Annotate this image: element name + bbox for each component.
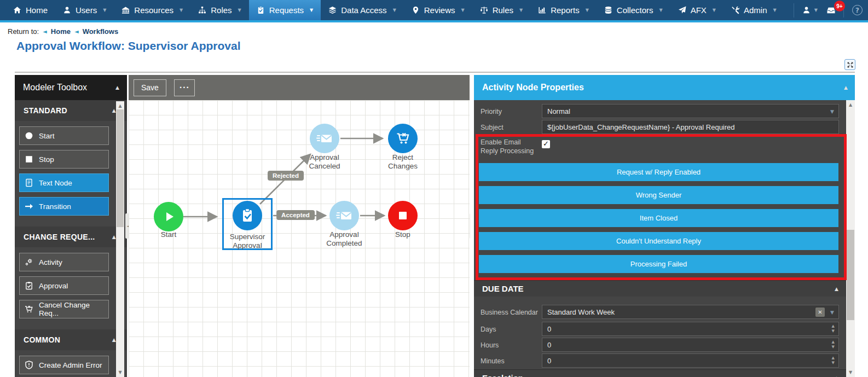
subject-input[interactable]: ${jobUserData_ChangeRequestName} - Appro…	[542, 120, 839, 134]
nav-item-admin[interactable]: Admin ▼	[724, 0, 784, 20]
inbox-button[interactable]: 9+	[825, 6, 837, 14]
person-icon	[802, 6, 811, 14]
breadcrumb-link-workflows[interactable]: Workflows	[83, 27, 119, 36]
scroll-up-icon[interactable]: ▲	[846, 102, 855, 107]
nav-label: Requests	[269, 5, 304, 15]
nav-item-reviews[interactable]: Reviews ▼	[404, 0, 472, 20]
scroll-down-icon[interactable]: ▼	[116, 370, 124, 375]
enable-email-reply-checkbox[interactable]: ✓	[542, 140, 550, 148]
escalation-section-header[interactable]: Escalation ▲	[474, 369, 846, 377]
shield-icon	[25, 361, 33, 369]
toolbox-item-label: Start	[39, 132, 55, 140]
nav-item-home[interactable]: Home	[5, 0, 55, 20]
section-label: DUE DATE	[482, 284, 524, 293]
toolbox-header[interactable]: Modeler Toolbox ▲	[15, 75, 127, 100]
toolbox-item-approval[interactable]: Approval	[19, 276, 109, 295]
user-menu-button[interactable]: ▼	[800, 6, 820, 14]
help-button[interactable]: ?	[850, 5, 865, 15]
spinner-icon[interactable]: ▲▼	[832, 356, 835, 366]
couldnt-understand-reply-button[interactable]: Couldn't Understand Reply	[479, 232, 838, 250]
priority-value: Normal	[547, 107, 570, 115]
business-calendar-select[interactable]: Standard Work Week ✕ ▼	[542, 305, 839, 319]
wrong-sender-button[interactable]: Wrong Sender	[479, 186, 838, 204]
edge-label-accepted[interactable]: Accepted	[276, 210, 315, 220]
minutes-stepper[interactable]: 0 ▲▼	[542, 353, 839, 368]
workflow-node-approval-canceled[interactable]	[310, 124, 339, 153]
toolbox-item-cancel-change-request[interactable]: Cancel Change Req...	[19, 300, 109, 318]
node-label: Stop	[378, 230, 428, 239]
toolbox-section-standard[interactable]: STANDARD ▲	[15, 100, 127, 121]
page: Home Users ▼ Resources ▼ Roles ▼ Request…	[0, 0, 868, 377]
workflow-node-stop[interactable]	[388, 201, 418, 230]
nav-item-resources[interactable]: Resources ▼	[114, 0, 190, 20]
map-pin-icon	[412, 6, 420, 14]
nav-item-reports[interactable]: Reports ▼	[530, 0, 597, 20]
nav-right: ▼ 9+ ?	[788, 0, 868, 20]
chevron-down-icon: ▼	[393, 8, 396, 13]
item-closed-button[interactable]: Item Closed	[479, 209, 838, 227]
hours-stepper[interactable]: 0 ▲▼	[542, 338, 839, 352]
scroll-up-icon[interactable]: ▲	[116, 103, 124, 108]
mail-send-icon	[335, 207, 353, 224]
nav-item-requests[interactable]: Requests ▼	[249, 0, 321, 20]
days-stepper[interactable]: 0 ▲▼	[542, 322, 839, 336]
chevron-down-icon: ▼	[659, 8, 663, 13]
edge-label-rejected[interactable]: Rejected	[268, 171, 304, 181]
nav-item-data-access[interactable]: Data Access ▼	[321, 0, 404, 20]
bank-icon	[121, 6, 130, 14]
workflow-node-supervisor-approval[interactable]	[233, 201, 262, 230]
fullscreen-button[interactable]	[844, 59, 855, 70]
due-date-section-header[interactable]: DUE DATE ▲	[474, 280, 846, 297]
clear-x-icon[interactable]: ✕	[815, 308, 825, 317]
toolbox-item-activity[interactable]: Activity	[19, 253, 109, 271]
top-nav: Home Users ▼ Resources ▼ Roles ▼ Request…	[0, 0, 868, 22]
properties-scroll-thumb[interactable]	[847, 230, 854, 320]
workflow-node-start[interactable]	[154, 202, 183, 231]
toolbox-item-start[interactable]: Start	[19, 126, 109, 145]
toolbox-item-create-admin-error[interactable]: Create Admin Error	[19, 356, 109, 374]
breadcrumb-link-home[interactable]: Home	[51, 27, 71, 36]
spinner-icon[interactable]: ▲▼	[832, 340, 835, 350]
nav-item-collectors[interactable]: Collectors ▼	[597, 0, 670, 20]
spinner-icon[interactable]: ▲▼	[832, 324, 835, 334]
nav-item-users[interactable]: Users ▼	[55, 0, 114, 20]
chevron-down-icon: ▼	[238, 8, 241, 13]
priority-label: Priority	[481, 107, 502, 116]
workflow-node-reject-changes[interactable]	[388, 124, 418, 153]
chart-icon	[538, 6, 546, 14]
more-options-button[interactable]: •••	[174, 79, 195, 96]
nav-item-rules[interactable]: Rules ▼	[472, 0, 531, 20]
toolbox-item-stop[interactable]: Stop	[19, 150, 109, 169]
toolbox-scroll-thumb[interactable]	[117, 109, 124, 227]
collapse-up-icon: ▲	[112, 234, 116, 240]
nav-label: Home	[26, 5, 48, 15]
chevron-down-icon: ▼	[310, 8, 313, 13]
properties-header[interactable]: Activity Node Properties ▲	[474, 75, 855, 100]
arrow-right-icon	[25, 202, 33, 211]
workflow-node-approval-completed[interactable]	[329, 201, 359, 230]
priority-select[interactable]: Normal ▼	[542, 104, 839, 118]
collapse-up-icon: ▲	[112, 108, 116, 113]
request-with-reply-enabled-button[interactable]: Request w/ Reply Enabled	[479, 163, 838, 181]
workflow-canvas: Save ••• Start	[129, 75, 470, 377]
breadcrumb-prefix: Return to:	[8, 27, 39, 36]
scroll-down-icon[interactable]: ▼	[846, 370, 855, 375]
nav-label: Data Access	[341, 5, 386, 15]
canvas-grid[interactable]: Start Supervisor Approval Approval Cance…	[129, 100, 470, 377]
properties-scrollbar[interactable]: ▲ ▼	[846, 100, 855, 377]
nav-item-roles[interactable]: Roles ▼	[190, 0, 249, 20]
save-button[interactable]: Save	[134, 79, 166, 96]
business-calendar-label: Business Calendar	[481, 308, 538, 317]
toolbox-item-transition[interactable]: Transition	[19, 197, 109, 216]
toolbox-section-change-request[interactable]: CHANGE REQUE... ▲	[15, 227, 127, 247]
nav-label: AFX	[691, 5, 707, 15]
toolbox-item-text-node[interactable]: Text Node	[19, 173, 109, 192]
nav-item-afx[interactable]: AFX ▼	[670, 0, 724, 20]
section-label: STANDARD	[24, 106, 67, 115]
toolbox-section-common[interactable]: COMMON ▲	[15, 329, 127, 350]
chevron-down-icon: ▼	[814, 8, 818, 13]
toolbox-scrollbar[interactable]: ▲ ▼	[116, 101, 124, 377]
processing-failed-button[interactable]: Processing Failed	[479, 255, 838, 273]
hours-value: 0	[547, 341, 551, 349]
users-icon	[63, 6, 71, 14]
